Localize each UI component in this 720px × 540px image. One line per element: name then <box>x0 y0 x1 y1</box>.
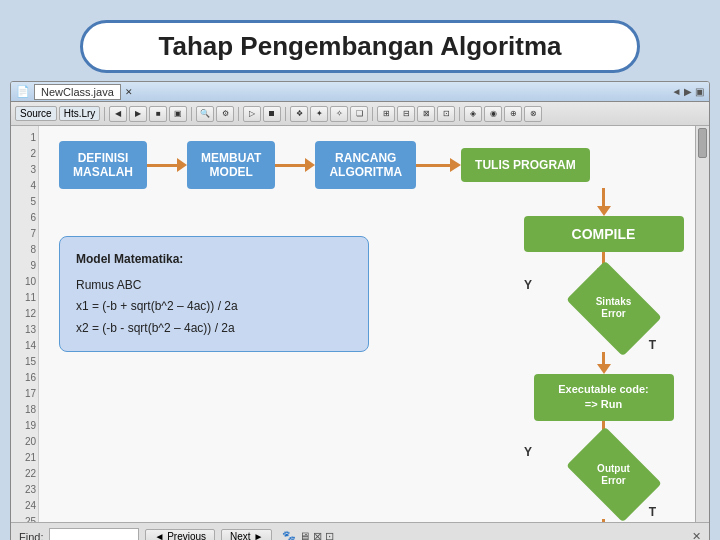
arrowhead-1 <box>597 206 611 216</box>
sintaks-diamond: Sintaks Error <box>569 278 659 338</box>
sintaks-row: Y Sintaks Error <box>516 278 691 338</box>
editor-area: DEFINISI MASALAH MEMBUAT MODEL RANCANG A… <box>39 126 709 540</box>
compile-box: COMPILE <box>524 216 684 252</box>
scrollbar[interactable] <box>695 126 709 522</box>
title-text: Tahap Pengembangan Algoritma <box>113 31 607 62</box>
rancang-line2: ALGORITMA <box>329 165 402 179</box>
membuat-line2: MODEL <box>201 165 261 179</box>
y-label-1: Y <box>524 278 532 292</box>
toolbar-btn-1[interactable]: ◀ <box>109 106 127 122</box>
model-title: Model Matematika: <box>76 249 352 271</box>
toolbar-btn-12[interactable]: ❏ <box>350 106 368 122</box>
toolbar-btn-10[interactable]: ✦ <box>310 106 328 122</box>
t-label-row-2: T <box>516 505 691 519</box>
output-label: Output Error <box>597 463 630 487</box>
toolbar-btn-13[interactable]: ⊞ <box>377 106 395 122</box>
ide-window: 📄 NewClass.java ✕ ◄ ▶ ▣ Source Hts.Lry ◀… <box>10 81 710 540</box>
arrow-1 <box>147 158 187 172</box>
toolbar-btn-18[interactable]: ◉ <box>484 106 502 122</box>
line-numbers: 12345 678910 1112131415 1617181920 21222… <box>11 126 39 540</box>
t-label-2: T <box>649 505 656 519</box>
toolbar-btn-3[interactable]: ■ <box>149 106 167 122</box>
output-diamond: Output Error <box>569 445 659 505</box>
sintaks-label: Sintaks Error <box>596 296 632 320</box>
prev-btn-label: ◄ Previous <box>154 531 206 540</box>
toolbar-btn-20[interactable]: ⊗ <box>524 106 542 122</box>
exec-label: Executable code: => Run <box>546 382 662 413</box>
toolbar-sep1 <box>104 107 105 121</box>
arrow-3 <box>416 158 461 172</box>
find-icons: 🐾 🖥 ⊠ ⊡ <box>282 530 334 540</box>
nav-arrows: ◄ ▶ ▣ <box>672 86 704 97</box>
toolbar-btn-8[interactable]: ⏹ <box>263 106 281 122</box>
close-find-icon[interactable]: ✕ <box>692 530 701 540</box>
model-line1: Rumus ABC <box>76 275 352 297</box>
toolbar-btn-4[interactable]: ▣ <box>169 106 187 122</box>
toolbar-btn-14[interactable]: ⊟ <box>397 106 415 122</box>
output-row: Y Output Error <box>516 445 691 505</box>
find-label: Find: <box>19 531 43 541</box>
t-label-row: T <box>516 338 691 352</box>
model-line2: x1 = (-b + sqrt(b^2 – 4ac)) / 2a <box>76 296 352 318</box>
y-label-2: Y <box>524 445 532 459</box>
next-btn-label: Next ► <box>230 531 263 540</box>
model-box: Model Matematika: Rumus ABC x1 = (-b + s… <box>59 236 369 352</box>
find-bar: Find: ◄ Previous Next ► 🐾 🖥 ⊠ ⊡ ✕ <box>11 522 709 540</box>
find-input[interactable] <box>49 528 139 541</box>
arrow-2 <box>275 158 315 172</box>
toolbar-sep2 <box>191 107 192 121</box>
step-rancang: RANCANG ALGORITMA <box>315 141 416 189</box>
ide-icon: 📄 <box>16 85 30 98</box>
flowchart: DEFINISI MASALAH MEMBUAT MODEL RANCANG A… <box>49 136 699 520</box>
exec-box: Executable code: => Run <box>534 374 674 421</box>
prev-button[interactable]: ◄ Previous <box>145 529 215 540</box>
step-definisi: DEFINISI MASALAH <box>59 141 147 189</box>
ide-titlebar: 📄 NewClass.java ✕ ◄ ▶ ▣ <box>11 82 709 102</box>
toolbar-btn-19[interactable]: ⊕ <box>504 106 522 122</box>
toolbar-btn-2[interactable]: ▶ <box>129 106 147 122</box>
toolbar-sep6 <box>459 107 460 121</box>
toolbar-sep5 <box>372 107 373 121</box>
toolbar-btn-7[interactable]: ▷ <box>243 106 261 122</box>
ide-tab[interactable]: NewClass.java <box>34 84 121 100</box>
rancang-line1: RANCANG <box>329 151 402 165</box>
step-membuat: MEMBUAT MODEL <box>187 141 275 189</box>
toolbar-btn-17[interactable]: ◈ <box>464 106 482 122</box>
ide-toolbar: Source Hts.Lry ◀ ▶ ■ ▣ 🔍 ⚙ ▷ ⏹ ❖ ✦ ✧ ❏ ⊞… <box>11 102 709 126</box>
right-flow: COMPILE Y Sintaks Error <box>516 136 691 540</box>
membuat-line1: MEMBUAT <box>201 151 261 165</box>
compile-label: COMPILE <box>572 226 636 242</box>
toolbar-sep3 <box>238 107 239 121</box>
arrow-down-3 <box>602 352 605 364</box>
next-button[interactable]: Next ► <box>221 529 272 540</box>
toolbar-source[interactable]: Source <box>15 106 57 121</box>
toolbar-btn-9[interactable]: ❖ <box>290 106 308 122</box>
toolbar-btn-6[interactable]: ⚙ <box>216 106 234 122</box>
toolbar-sep4 <box>285 107 286 121</box>
definisi-line1: DEFINISI <box>73 151 133 165</box>
ide-content: 12345 678910 1112131415 1617181920 21222… <box>11 126 709 540</box>
toolbar-btn-11[interactable]: ✧ <box>330 106 348 122</box>
t-label-1: T <box>649 338 656 352</box>
toolbar-btn-16[interactable]: ⊡ <box>437 106 455 122</box>
arrowhead-3 <box>597 364 611 374</box>
arrow-down-1 <box>602 188 605 206</box>
model-line3: x2 = (-b - sqrt(b^2 – 4ac)) / 2a <box>76 318 352 340</box>
close-tab-icon[interactable]: ✕ <box>125 87 133 97</box>
toolbar-btn-15[interactable]: ⊠ <box>417 106 435 122</box>
definisi-line2: MASALAH <box>73 165 133 179</box>
page-title: Tahap Pengembangan Algoritma <box>80 20 640 73</box>
toolbar-btn-5[interactable]: 🔍 <box>196 106 214 122</box>
toolbar-history[interactable]: Hts.Lry <box>59 106 101 121</box>
